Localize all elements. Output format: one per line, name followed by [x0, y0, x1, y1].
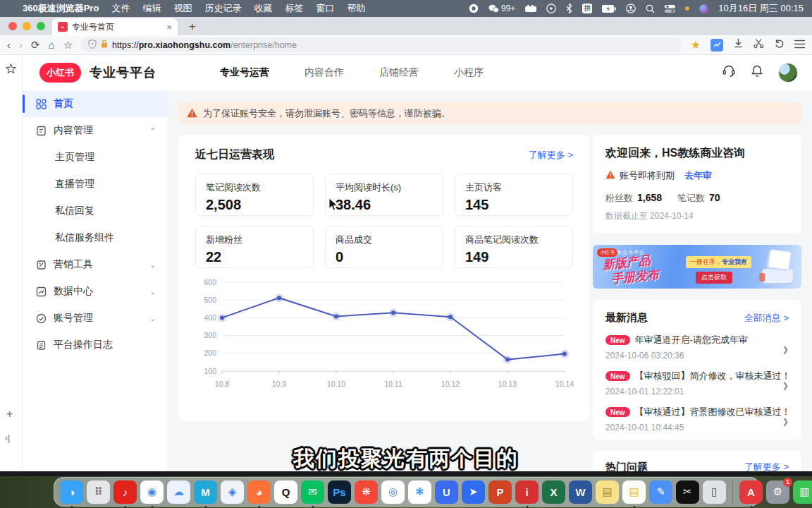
dock-red-person-app-icon[interactable]: i: [515, 480, 539, 504]
dock-blue-pencil-app-icon[interactable]: ✎: [649, 480, 672, 504]
dock-red-clock-app-icon[interactable]: ❋: [355, 480, 378, 504]
xiaohongshu-logo[interactable]: 小红书: [39, 63, 81, 83]
keyboard-status-icon[interactable]: [525, 5, 536, 13]
side-panel-collapse-icon[interactable]: ‹|: [5, 433, 10, 443]
sidebar-item-data-center[interactable]: 数据中心 ⌄: [23, 278, 167, 305]
dock-chrome-icon[interactable]: ◉: [140, 480, 164, 504]
address-bar[interactable]: https://pro.xiaohongshu.com/enterprise/h…: [81, 37, 682, 52]
menu-help[interactable]: 帮助: [347, 2, 365, 15]
bookmark-star-button[interactable]: ☆: [63, 40, 73, 50]
dock-finder-icon[interactable]: ◑: [60, 480, 83, 504]
screenshot-scissors-icon[interactable]: [753, 38, 764, 52]
extension-chart-icon[interactable]: [710, 39, 723, 52]
stat-product-deals: 商品成交0: [325, 226, 443, 268]
nav-shop[interactable]: 店铺经营: [379, 66, 419, 79]
nav-content-cooperation[interactable]: 内容合作: [304, 66, 344, 79]
dock-u-dictionary-icon[interactable]: U: [435, 480, 458, 504]
dock-qq-icon[interactable]: Q: [274, 480, 297, 504]
dock-red-a-app-icon[interactable]: A: [739, 480, 763, 504]
sidebar-item-live-management[interactable]: 直播管理: [23, 171, 167, 198]
sidebar-item-account-management[interactable]: 账号管理 ⌄: [23, 305, 167, 332]
dock-iphone-mirroring-icon[interactable]: ▯: [703, 480, 726, 504]
sidebar-item-content-management[interactable]: 内容管理 ⌃: [23, 117, 167, 144]
tab-close-icon[interactable]: ×: [166, 22, 172, 32]
menu-view[interactable]: 视图: [173, 2, 192, 15]
dock-cloud-browser-icon[interactable]: ☁: [167, 480, 190, 504]
dock-capcut-icon[interactable]: ✂: [676, 480, 699, 504]
dock-launchpad-icon[interactable]: ⠿: [87, 480, 110, 504]
dock-stickies-icon[interactable]: ▤: [596, 480, 619, 504]
go-renew-link[interactable]: 去年审: [684, 169, 712, 182]
dock-excel-icon[interactable]: X: [542, 480, 565, 504]
dock-safari-icon[interactable]: ◈: [221, 480, 244, 504]
news-item-annual-review[interactable]: New年审通道开启-请您完成年审 2024-10-06 03:20:36 ❯: [605, 334, 789, 361]
running-indicator: [750, 506, 752, 508]
sidebar-label: 首页: [54, 97, 73, 110]
menubar-app-name[interactable]: 360极速浏览器Pro: [23, 2, 99, 15]
siri-icon[interactable]: [699, 4, 708, 13]
dock-maxthon-icon[interactable]: M: [194, 480, 217, 504]
back-button[interactable]: ‹: [7, 40, 11, 50]
news-item-review-passed[interactable]: New【审核通过】背景图修改已审核通过！ 2024-10-01 10:44:45…: [605, 406, 789, 433]
wechat-status-icon[interactable]: 99+: [488, 4, 515, 13]
dock-word-icon[interactable]: W: [569, 480, 592, 504]
dock-powerpoint-icon[interactable]: P: [488, 480, 512, 504]
download-icon[interactable]: [733, 38, 744, 52]
menu-file[interactable]: 文件: [111, 2, 130, 15]
dock-netease-music-icon[interactable]: ♪: [113, 480, 137, 504]
dock-wechat-icon[interactable]: ✉: [301, 480, 324, 504]
home-button[interactable]: ⌂: [49, 40, 55, 50]
news-item-review-rejected[interactable]: New【审核驳回】简介修改，审核未通过！ 2024-10-01 12:22:01…: [605, 370, 789, 397]
minimize-window-button[interactable]: [23, 22, 31, 30]
sidebar-item-dm-service-widget[interactable]: 私信服务组件: [23, 224, 167, 251]
nav-operation[interactable]: 专业号运营: [220, 66, 269, 79]
new-tab-button[interactable]: +: [189, 18, 196, 35]
user-status-icon[interactable]: [626, 4, 636, 13]
browser-tab[interactable]: ▪ 专业号首页 ×: [52, 18, 178, 35]
record-status-icon[interactable]: [469, 4, 479, 13]
input-method-icon[interactable]: 拼: [582, 4, 592, 13]
promo-banner[interactable]: 小红书 专业号平台 新版产品 手册发布 一册在手，专业我有 点击获取: [593, 245, 801, 289]
dock-chat-bubble-app-icon[interactable]: ✱: [408, 480, 431, 504]
undo-restore-icon[interactable]: [774, 38, 785, 52]
side-panel-star-icon[interactable]: [6, 64, 16, 77]
reload-button[interactable]: ⟳: [31, 40, 40, 50]
menu-window[interactable]: 窗口: [316, 2, 334, 15]
menu-edit[interactable]: 编辑: [142, 2, 161, 15]
side-panel-add-icon[interactable]: +: [6, 408, 13, 421]
play-status-icon[interactable]: [546, 4, 556, 13]
notification-bell-icon[interactable]: [750, 64, 764, 81]
favorite-star-icon[interactable]: ★: [691, 38, 701, 52]
sidebar-item-homepage-management[interactable]: 主页管理: [23, 144, 167, 171]
sidebar-item-home[interactable]: 首页: [23, 90, 167, 117]
close-window-button[interactable]: [8, 22, 17, 30]
promo-cta-button[interactable]: 点击获取: [696, 272, 732, 284]
sidebar-item-dm-reply[interactable]: 私信回复: [23, 198, 167, 224]
dock-firefox-icon[interactable]: ◕: [247, 480, 271, 504]
battery-icon[interactable]: [602, 5, 616, 13]
menubar-clock[interactable]: 10月16日 周三 00:15: [718, 2, 804, 15]
sidebar-item-platform-log[interactable]: 平台操作日志: [23, 332, 167, 358]
menu-tabs[interactable]: 标签: [285, 2, 303, 15]
dock-numbers-bars-app-icon[interactable]: ▥: [793, 480, 812, 504]
overview-more-link[interactable]: 了解更多 >: [529, 149, 573, 162]
main-menu-icon[interactable]: [794, 39, 805, 52]
news-more-link[interactable]: 全部消息 >: [744, 312, 789, 325]
dock-notes-icon[interactable]: ▤: [622, 480, 646, 504]
customer-service-icon[interactable]: [722, 64, 736, 81]
dock-meeting-circles-app-icon[interactable]: ◎: [381, 480, 405, 504]
spotlight-search-icon[interactable]: [646, 4, 655, 13]
site-shield-icon[interactable]: [88, 40, 97, 51]
menu-favorites[interactable]: 收藏: [254, 2, 272, 15]
user-avatar[interactable]: [778, 63, 798, 83]
nav-miniprogram[interactable]: 小程序: [454, 66, 484, 79]
control-center-icon[interactable]: [665, 5, 675, 13]
dock-photoshop-icon[interactable]: Ps: [328, 480, 351, 504]
dock-blue-swallow-app-icon[interactable]: ➤: [462, 480, 485, 504]
maximize-window-button[interactable]: [37, 22, 45, 30]
menu-history[interactable]: 历史记录: [204, 2, 241, 15]
forward-button[interactable]: ›: [19, 40, 23, 50]
dock-system-settings-icon[interactable]: ⚙1: [766, 480, 789, 504]
bluetooth-icon[interactable]: [566, 4, 572, 13]
sidebar-item-marketing-tools[interactable]: 营销工具 ⌄: [23, 251, 167, 278]
